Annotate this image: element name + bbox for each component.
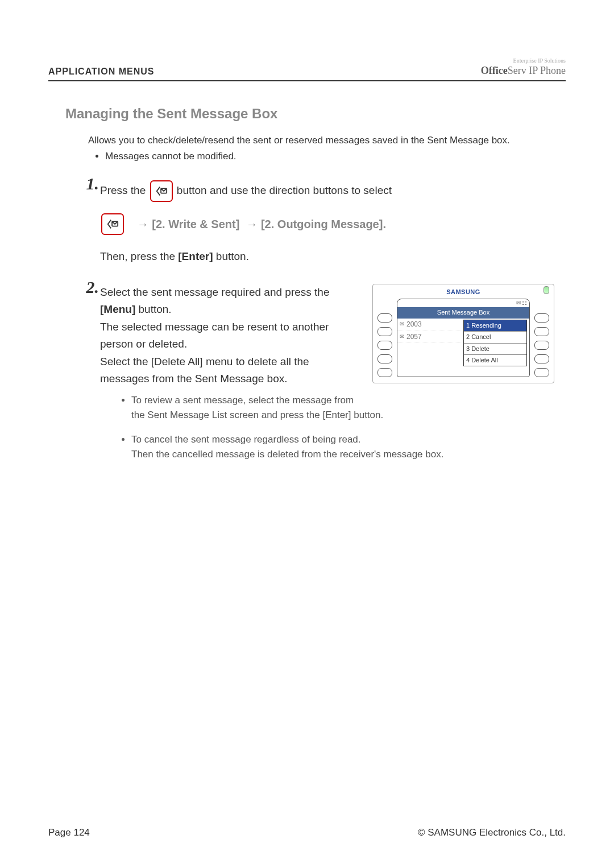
s2-l1b: button.	[135, 303, 171, 315]
context-menu: 1 Resending 2 Cancel 3 Delete 4 Delete A…	[463, 320, 527, 367]
brand-rest: Serv IP Phone	[508, 65, 566, 76]
nav-path: →[2. Write & Sent] →[2. Outgoing Message…	[134, 218, 386, 230]
brand-bold: Office	[481, 65, 508, 76]
header: APPLICATION MENUS Enterprise IP Solution…	[48, 57, 566, 81]
list-item-label: 2057	[406, 332, 422, 342]
phone-mock: SAMSUNG ✉	[372, 284, 554, 383]
message-button-icon	[150, 180, 173, 202]
softkey[interactable]	[534, 368, 549, 377]
status-bar: ✉ ☷	[397, 299, 529, 307]
copyright: © SAMSUNG Electronics Co., Ltd.	[418, 826, 566, 840]
step-1: 1. Press the button and use the directio…	[80, 175, 554, 279]
s2-l2: The selected message can be resent to an…	[100, 321, 329, 350]
envelope-icon: ✉	[400, 333, 404, 341]
enter-bold: [Enter]	[178, 250, 213, 262]
sub-bullet: To review a sent message, select the mes…	[131, 393, 554, 422]
step1-then: Then, press the [Enter] button.	[100, 249, 554, 264]
s2-l3: Select the [Delete All] menu to delete a…	[100, 356, 309, 385]
document-page: APPLICATION MENUS Enterprise IP Solution…	[0, 0, 614, 868]
sub1a: To review a sent message, select the mes…	[131, 395, 354, 406]
intro-text: Allows you to check/delete/resend the se…	[88, 134, 554, 147]
softkey[interactable]	[534, 354, 549, 363]
sub-bullet: To cancel the sent message regardless of…	[131, 432, 554, 461]
brand-logo: Enterprise IP Solutions OfficeServ IP Ph…	[481, 57, 566, 78]
list-item-label: 2003	[406, 320, 422, 329]
sub2a: To cancel the sent message regardless of…	[131, 434, 361, 445]
section-label: APPLICATION MENUS	[48, 65, 154, 78]
softkey[interactable]	[377, 354, 392, 363]
path-a: [2. Write & Sent]	[152, 218, 239, 230]
content: Allows you to check/delete/resend the se…	[88, 134, 554, 472]
step-number: 1.	[80, 175, 100, 192]
intro-bullet: Messages cannot be modified.	[105, 150, 554, 163]
softkey-col-left	[377, 299, 392, 377]
path-b: [2. Outgoing Message].	[261, 218, 386, 230]
envelope-icon: ✉	[400, 320, 404, 328]
step-body: Press the button and use the direction b…	[100, 175, 554, 279]
step1-post: button and use the direction buttons to …	[177, 184, 392, 196]
softkey[interactable]	[534, 327, 549, 336]
page-title: Managing the Sent Message Box	[65, 104, 566, 123]
softkey-col-right	[534, 299, 549, 377]
step2-text: Select the sent message required and pre…	[100, 284, 361, 387]
step-2: 2. Select the sent message required and …	[80, 279, 554, 472]
softkey[interactable]	[534, 313, 549, 323]
led-icon	[544, 286, 549, 294]
nav-path-row: →[2. Write & Sent] →[2. Outgoing Message…	[100, 213, 554, 235]
softkey[interactable]	[377, 341, 392, 350]
message-button-icon	[101, 213, 124, 235]
softkey[interactable]	[377, 313, 392, 323]
menu-item-cancel[interactable]: 2 Cancel	[464, 332, 526, 343]
menu-item-delete-all[interactable]: 4 Delete All	[464, 355, 526, 366]
softkey[interactable]	[534, 341, 549, 350]
phone-brand: SAMSUNG	[377, 288, 549, 296]
calendar-icon: ☷	[522, 299, 527, 307]
menu-item-delete[interactable]: 3 Delete	[464, 344, 526, 355]
then-b: button.	[213, 250, 249, 262]
footer: Page 124 © SAMSUNG Electronics Co., Ltd.	[48, 826, 566, 840]
menu-bold: [Menu]	[100, 303, 135, 315]
phone-screen: ✉ ☷ Sent Message Box ✉ 2003	[397, 299, 530, 377]
message-icon: ✉	[516, 299, 521, 307]
s2-l1a: Select the sent message required and pre…	[100, 286, 329, 298]
page-number: Page 124	[48, 826, 90, 840]
softkey[interactable]	[377, 368, 392, 377]
sub-bullets: To review a sent message, select the mes…	[131, 393, 554, 461]
softkey[interactable]	[377, 327, 392, 336]
intro-bullet-list: Messages cannot be modified.	[105, 150, 554, 163]
step1-pre: Press the	[100, 184, 149, 196]
then-a: Then, press the	[100, 250, 178, 262]
brand-tagline: Enterprise IP Solutions	[481, 57, 566, 65]
step-body: Select the sent message required and pre…	[100, 279, 554, 472]
step-number: 2.	[80, 279, 100, 296]
sub2b: Then the cancelled message is deleted fr…	[131, 447, 554, 462]
screen-title: Sent Message Box	[397, 307, 529, 318]
sub1b: the Sent Message List screen and press t…	[131, 408, 554, 423]
menu-item-resending[interactable]: 1 Resending	[464, 320, 526, 332]
